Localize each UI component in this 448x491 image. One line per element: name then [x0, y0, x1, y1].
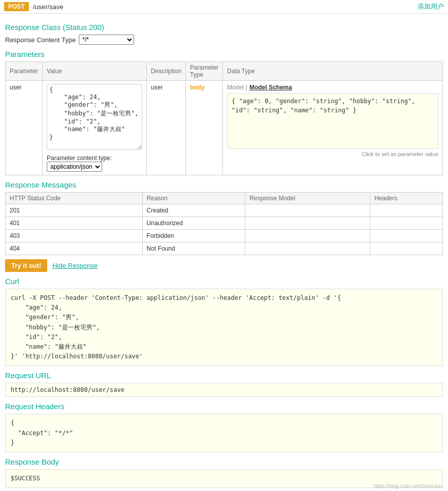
reason: Created [142, 204, 245, 217]
col-parameter: Parameter [6, 62, 43, 81]
param-name: user [6, 81, 43, 175]
content-type-select[interactable]: */* application/json text/plain [79, 35, 134, 45]
col-parameter-type: ParameterType [186, 62, 223, 81]
col-headers: Headers [370, 193, 442, 204]
param-data-type-cell: Model | Model Schema { "age": 0, "gender… [223, 81, 443, 175]
click-hint[interactable]: Click to set as parameter value [227, 151, 438, 157]
post-badge: POST [4, 2, 29, 11]
col-data-type: Data Type [223, 62, 443, 81]
response-model [245, 230, 370, 242]
content-type-row: Response Content Type */* application/js… [5, 35, 443, 45]
headers-cell [370, 217, 442, 230]
curl-code: curl -X POST --header 'Content-Type: app… [5, 289, 443, 366]
col-value: Value [43, 62, 147, 81]
request-headers-title: Request Headers [5, 402, 443, 411]
model-tab-schema[interactable]: Model Schema [249, 84, 292, 91]
reason: Unauthorized [142, 217, 245, 230]
col-http-status: HTTP Status Code [6, 193, 143, 204]
param-row: user { "age": 24, "gender": "男", "hobby"… [6, 81, 443, 175]
response-messages-title: Response Messages [5, 180, 443, 189]
headers-cell [370, 230, 442, 242]
response-model [245, 204, 370, 217]
col-description: Description [147, 62, 186, 81]
endpoint-path: /user/save [33, 3, 418, 11]
response-class-title: Response Class (Status 200) [5, 23, 443, 32]
request-url-title: Request URL [5, 371, 443, 380]
status-code: 201 [6, 204, 143, 217]
parameters-title: Parameters [5, 50, 443, 58]
main-content: Response Class (Status 200) Response Con… [0, 14, 448, 491]
response-body-title: Response Body [5, 457, 443, 466]
param-content-type-select[interactable]: application/json text/plain [47, 162, 102, 172]
parameters-table: Parameter Value Description ParameterTyp… [5, 62, 443, 175]
request-url-value: http://localhost:8080/user/save [5, 383, 443, 397]
param-textarea[interactable]: { "age": 24, "gender": "男", "hobby": "是一… [47, 84, 142, 150]
param-content-type-label: Parameter content type: [47, 155, 112, 162]
status-code: 403 [6, 230, 143, 242]
headers-cell [370, 204, 442, 217]
headers-cell [370, 242, 442, 255]
model-schema-box: { "age": 0, "gender": "string", "hobby":… [227, 93, 438, 149]
response-model [245, 217, 370, 230]
table-row: 403 Forbidden [6, 230, 443, 242]
status-code: 401 [6, 217, 143, 230]
add-user-link[interactable]: 添加用户 [418, 2, 444, 11]
param-type: body [186, 81, 223, 175]
reason: Forbidden [142, 230, 245, 242]
curl-title: Curl [5, 277, 443, 286]
param-value-cell: { "age": 24, "gender": "男", "hobby": "是一… [43, 81, 147, 175]
response-messages-table: HTTP Status Code Reason Response Model H… [5, 192, 443, 255]
table-row: 401 Unauthorized [6, 217, 443, 230]
content-type-label: Response Content Type [5, 36, 76, 44]
watermark: https://blog.csdn.net/UncleJun... [374, 483, 446, 489]
param-content-type-row: Parameter content type: application/json… [47, 155, 142, 172]
action-row: Try it out! Hide Response [5, 259, 443, 272]
col-reason: Reason [142, 193, 245, 204]
model-tabs: Model | Model Schema [227, 84, 438, 91]
param-description: user [147, 81, 186, 175]
table-row: 404 Not Found [6, 242, 443, 255]
request-headers-code: { "Accept": "*/*" } [5, 414, 443, 452]
model-tab-model[interactable]: Model [227, 84, 244, 91]
reason: Not Found [142, 242, 245, 255]
hide-response-link[interactable]: Hide Response [52, 262, 98, 269]
response-model [245, 242, 370, 255]
top-bar: POST /user/save 添加用户 [0, 0, 448, 14]
table-row: 201 Created [6, 204, 443, 217]
try-it-out-button[interactable]: Try it out! [5, 259, 47, 272]
col-response-model: Response Model [245, 193, 370, 204]
status-code: 404 [6, 242, 143, 255]
